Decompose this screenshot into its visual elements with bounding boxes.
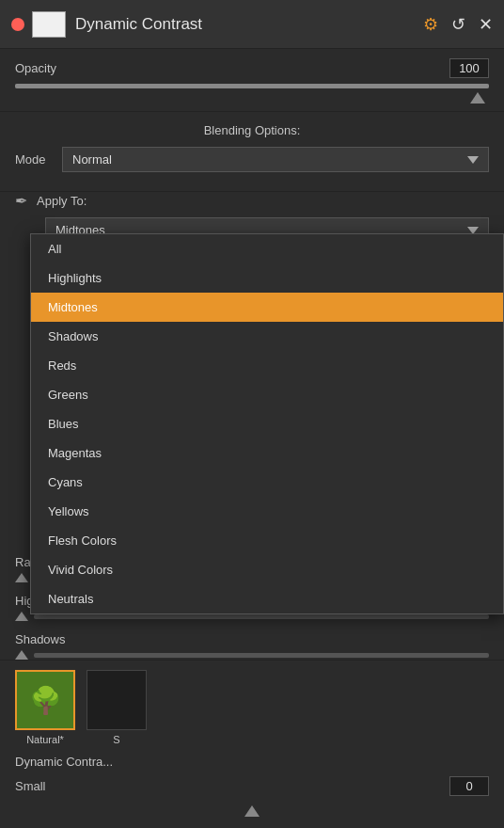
opacity-triangle-row: [0, 90, 504, 111]
eyedropper-icon[interactable]: ✒: [15, 192, 27, 210]
mode-row: Mode Normal: [15, 147, 489, 172]
preset-natural-thumb: 🌳: [15, 670, 75, 730]
title-bar: Dynamic Contrast ⚙ ↺ ✕: [0, 0, 504, 49]
dropdown-item-cyans[interactable]: Cyans: [31, 468, 503, 497]
highlights-triangle-icon[interactable]: [15, 612, 28, 621]
preset-natural[interactable]: 🌳 Natural*: [15, 670, 75, 745]
apply-to-section: ✒ Apply To: Midtones All Highlights Midt…: [0, 192, 504, 250]
dropdown-item-neutrals[interactable]: Neutrals: [31, 584, 503, 613]
blending-section: Blending Options: Mode Normal: [0, 112, 504, 191]
bottom-control-row: Small 0: [15, 776, 489, 796]
undo-icon[interactable]: ↺: [451, 14, 465, 35]
mode-dropdown[interactable]: Normal: [62, 147, 489, 172]
preset-second[interactable]: S: [87, 670, 147, 745]
small-value[interactable]: 0: [449, 776, 489, 796]
blending-options-title: Blending Options:: [15, 123, 489, 137]
bottom-title-row: Dynamic Contra...: [15, 755, 489, 769]
opacity-triangle-up[interactable]: [470, 92, 485, 104]
preset-natural-label: Natural*: [26, 734, 64, 745]
gear-icon[interactable]: ⚙: [423, 14, 438, 35]
opacity-slider-fill: [15, 84, 489, 88]
dropdown-item-all[interactable]: All: [31, 234, 503, 263]
bottom-section: 🌳 Natural* S Dynamic Contra... Small 0: [0, 660, 504, 828]
shadows-triangle-icon[interactable]: [15, 650, 28, 660]
dropdown-item-blues[interactable]: Blues: [31, 409, 503, 438]
opacity-value[interactable]: 100: [449, 58, 489, 78]
dropdown-item-yellows[interactable]: Yellows: [31, 497, 503, 526]
bottom-triangle-row: [15, 802, 489, 820]
dropdown-item-vivid-colors[interactable]: Vivid Colors: [31, 555, 503, 584]
dropdown-item-midtones[interactable]: Midtones: [31, 293, 503, 322]
apply-to-label: Apply To:: [37, 194, 87, 208]
dropdown-item-flesh-colors[interactable]: Flesh Colors: [31, 526, 503, 555]
dropdown-item-shadows[interactable]: Shadows: [31, 322, 503, 351]
dropdown-item-highlights[interactable]: Highlights: [31, 263, 503, 293]
title-preview-box: [32, 11, 66, 38]
traffic-light-red[interactable]: [11, 18, 24, 31]
dropdown-item-magentas[interactable]: Magentas: [31, 438, 503, 468]
preset-second-thumb: [87, 670, 147, 730]
highlights-slider-track[interactable]: [34, 614, 489, 619]
opacity-slider-row: [0, 82, 504, 90]
presets-row: 🌳 Natural* S: [15, 670, 489, 745]
opacity-label: Opacity: [15, 61, 449, 75]
shadows-slider-track[interactable]: [34, 653, 489, 658]
small-label: Small: [15, 779, 449, 793]
dropdown-item-reds[interactable]: Reds: [31, 351, 503, 380]
close-icon[interactable]: ✕: [479, 14, 493, 35]
apply-to-dropdown-menu: All Highlights Midtones Shadows Reds Gre…: [30, 233, 504, 614]
opacity-slider-track[interactable]: [15, 84, 489, 88]
range-triangle-icon[interactable]: [15, 573, 28, 582]
opacity-row: Opacity 100: [0, 49, 504, 82]
mode-label: Mode: [15, 152, 53, 167]
preset-second-label: S: [113, 734, 119, 745]
mode-chevron-down-icon: [467, 156, 479, 164]
shadows-triangle-row: [15, 650, 489, 660]
shadows-label: Shadows: [15, 632, 489, 646]
apply-to-row: ✒ Apply To:: [15, 192, 489, 210]
shadows-slider-group: Shadows: [15, 632, 489, 660]
mode-dropdown-value: Normal: [72, 152, 112, 167]
title-icons: ⚙ ↺ ✕: [423, 14, 493, 35]
bottom-triangle-up-icon[interactable]: [244, 805, 260, 817]
dropdown-item-greens[interactable]: Greens: [31, 380, 503, 409]
bottom-title-label: Dynamic Contra...: [15, 755, 113, 769]
window-title: Dynamic Contrast: [75, 15, 423, 34]
